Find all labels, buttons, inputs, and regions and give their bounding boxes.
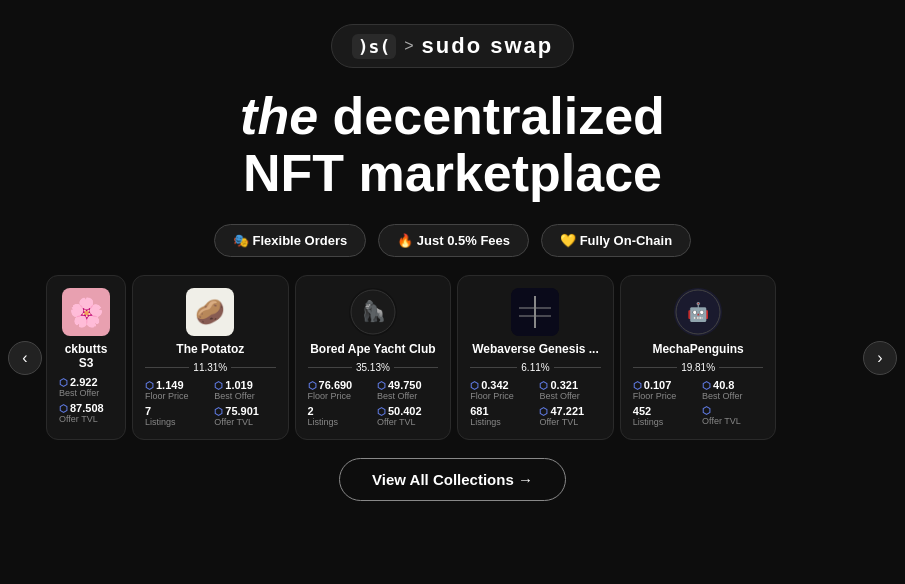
card-bayc[interactable]: 🦍 Bored Ape Yacht Club 35.13% ⬡76.690 Fl… (295, 275, 452, 440)
collections-carousel: ‹ 🌸 ckbutts S3 ⬡ 2.922 Best Offer ⬡ 87.5… (0, 275, 905, 440)
logo-text: sudo swap (422, 33, 554, 59)
badge-onchain: 💛 Fully On-Chain (541, 224, 691, 257)
hero-italic: the (240, 87, 318, 145)
logo-bar: )s( > sudo swap (331, 24, 575, 68)
carousel-prev-button[interactable]: ‹ (8, 341, 42, 375)
hero-line2: NFT marketplace (240, 145, 665, 202)
card-webaverse[interactable]: Webaverse Genesis ... 6.11% ⬡0.342 Floor… (457, 275, 614, 440)
hero-rest: decentralized (318, 87, 665, 145)
logo-icon: )s( (352, 34, 397, 59)
logo-arrow: > (404, 37, 413, 55)
card-potatoz[interactable]: 🥔 The Potatoz 11.31% ⬡1.149 Floor Price … (132, 275, 289, 440)
carousel-next-button[interactable]: › (863, 341, 897, 375)
card-ckbutts[interactable]: 🌸 ckbutts S3 ⬡ 2.922 Best Offer ⬡ 87.508… (46, 275, 126, 440)
svg-text:🤖: 🤖 (687, 301, 710, 323)
view-all-collections-button[interactable]: View All Collections → (339, 458, 566, 501)
badge-fees: 🔥 Just 0.5% Fees (378, 224, 529, 257)
feature-badges: 🎭 Flexible Orders 🔥 Just 0.5% Fees 💛 Ful… (214, 224, 691, 257)
card-mecha[interactable]: 🤖 MechaPenguins 19.81% ⬡0.107 Floor Pric… (620, 275, 777, 440)
hero-section: the decentralized NFT marketplace (240, 88, 665, 202)
svg-text:🦍: 🦍 (360, 299, 385, 323)
hero-line1: the decentralized (240, 88, 665, 145)
badge-flexible: 🎭 Flexible Orders (214, 224, 366, 257)
cards-container: 🌸 ckbutts S3 ⬡ 2.922 Best Offer ⬡ 87.508… (46, 275, 859, 440)
